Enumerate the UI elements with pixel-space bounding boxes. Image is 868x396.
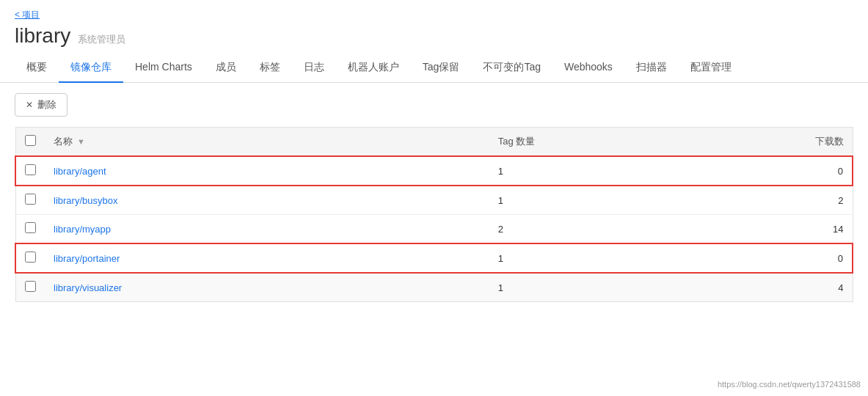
row-checkbox-busybox[interactable] bbox=[25, 194, 36, 205]
repositories-table: 名称 ▼ Tag 数量 下载数 library/agent 1 0 bbox=[15, 127, 853, 302]
repo-link-busybox[interactable]: library/busybox bbox=[54, 195, 117, 206]
nav-tab-config[interactable]: 配置管理 bbox=[679, 54, 743, 83]
back-link[interactable]: < 项目 bbox=[0, 0, 868, 24]
row-downloads-busybox: 2 bbox=[691, 186, 853, 215]
row-checkbox-visualizer[interactable] bbox=[25, 281, 36, 292]
row-downloads-portainer: 0 bbox=[691, 243, 853, 273]
row-tags-agent: 1 bbox=[489, 156, 691, 186]
row-tags-visualizer: 1 bbox=[489, 273, 691, 302]
row-checkbox-cell bbox=[15, 186, 45, 215]
nav-tab-robot[interactable]: 机器人账户 bbox=[336, 54, 411, 83]
nav-tab-scanners[interactable]: 扫描器 bbox=[624, 54, 679, 83]
table-row: library/myapp 2 14 bbox=[15, 215, 853, 244]
header-downloads: 下载数 bbox=[691, 128, 853, 157]
nav-tab-immutable[interactable]: 不可变的Tag bbox=[471, 54, 552, 83]
row-name-visualizer: library/visualizer bbox=[45, 273, 489, 302]
table-row: library/visualizer 1 4 bbox=[15, 273, 853, 302]
nav-tab-helm[interactable]: Helm Charts bbox=[123, 54, 204, 83]
row-checkbox-agent[interactable] bbox=[25, 164, 36, 175]
delete-button[interactable]: ✕ 删除 bbox=[15, 93, 68, 117]
select-all-checkbox[interactable] bbox=[25, 135, 36, 146]
header-checkbox-cell bbox=[15, 128, 45, 157]
repo-link-myapp[interactable]: library/myapp bbox=[54, 224, 111, 235]
table-header-row: 名称 ▼ Tag 数量 下载数 bbox=[15, 128, 853, 157]
row-checkbox-cell bbox=[15, 243, 45, 273]
page-title: library bbox=[15, 24, 70, 48]
row-downloads-agent: 0 bbox=[691, 156, 853, 186]
repo-link-portainer[interactable]: library/portainer bbox=[54, 253, 120, 264]
row-checkbox-portainer[interactable] bbox=[25, 252, 36, 263]
repo-link-agent[interactable]: library/agent bbox=[54, 166, 106, 177]
nav-tab-members[interactable]: 成员 bbox=[204, 54, 248, 83]
row-tags-myapp: 2 bbox=[489, 215, 691, 244]
row-checkbox-cell bbox=[15, 273, 45, 302]
row-name-myapp: library/myapp bbox=[45, 215, 489, 244]
nav-tab-webhooks[interactable]: Webhooks bbox=[552, 54, 624, 83]
nav-tab-registry[interactable]: 镜像仓库 bbox=[59, 54, 123, 83]
row-tags-portainer: 1 bbox=[489, 243, 691, 273]
delete-label: 删除 bbox=[37, 98, 56, 111]
row-downloads-myapp: 14 bbox=[691, 215, 853, 244]
x-icon: ✕ bbox=[26, 100, 33, 110]
row-name-agent: library/agent bbox=[45, 156, 489, 186]
table-row: library/busybox 1 2 bbox=[15, 186, 853, 215]
row-name-busybox: library/busybox bbox=[45, 186, 489, 215]
nav-tab-overview[interactable]: 概要 bbox=[15, 54, 59, 83]
filter-icon[interactable]: ▼ bbox=[77, 137, 85, 146]
nav-tab-logs[interactable]: 日志 bbox=[292, 54, 336, 83]
nav-tabs: 概要镜像仓库Helm Charts成员标签日志机器人账户Tag保留不可变的Tag… bbox=[0, 54, 868, 83]
row-checkbox-cell bbox=[15, 215, 45, 244]
row-tags-busybox: 1 bbox=[489, 186, 691, 215]
nav-tab-tagreserve[interactable]: Tag保留 bbox=[411, 54, 472, 83]
row-checkbox-cell bbox=[15, 156, 45, 186]
header-name: 名称 ▼ bbox=[45, 128, 489, 157]
page-header: library 系统管理员 bbox=[0, 24, 868, 54]
row-name-portainer: library/portainer bbox=[45, 243, 489, 273]
table-container: 名称 ▼ Tag 数量 下载数 library/agent 1 0 bbox=[0, 127, 868, 302]
row-checkbox-myapp[interactable] bbox=[25, 222, 36, 233]
table-row: library/portainer 1 0 bbox=[15, 243, 853, 273]
page-subtitle: 系统管理员 bbox=[78, 33, 125, 46]
header-tags: Tag 数量 bbox=[489, 128, 691, 157]
table-body: library/agent 1 0 library/busybox 1 2 li… bbox=[15, 156, 853, 302]
row-downloads-visualizer: 4 bbox=[691, 273, 853, 302]
table-row: library/agent 1 0 bbox=[15, 156, 853, 186]
repo-link-visualizer[interactable]: library/visualizer bbox=[54, 282, 122, 293]
toolbar: ✕ 删除 bbox=[0, 83, 868, 127]
nav-tab-tags[interactable]: 标签 bbox=[248, 54, 292, 83]
